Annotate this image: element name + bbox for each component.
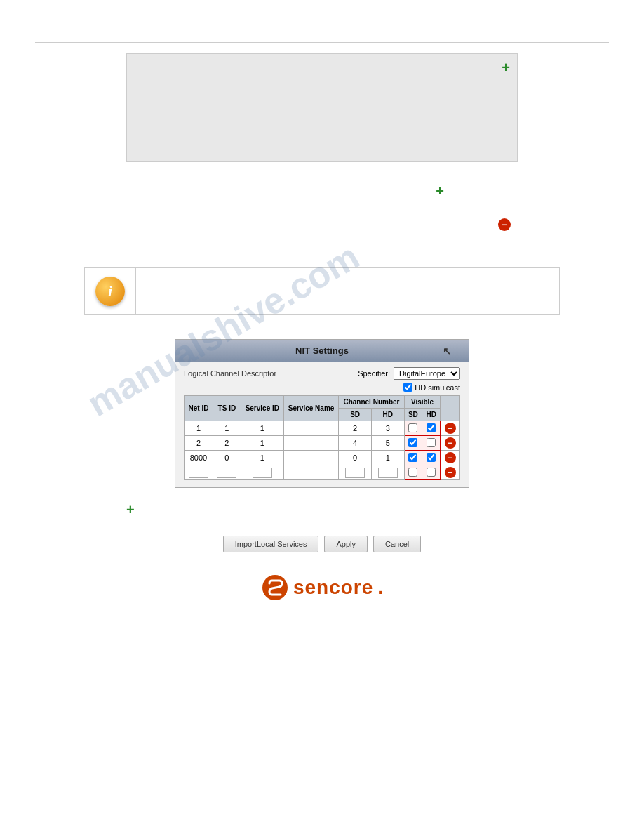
col-service-id: Service ID [241,396,283,421]
hd-simulcast-label[interactable]: HD simulcast [403,383,460,392]
cell-net-id: 8000 [185,451,213,465]
cursor-icon: ↖ [443,345,451,357]
cell-vis-hd-empty [422,465,441,480]
sencore-logo: sencore . [0,574,644,602]
cell-ch-hd-input [371,465,404,480]
cell-ch-sd-input [339,465,372,480]
cell-net-id: 1 [185,421,213,436]
bottom-add-icon[interactable]: + [126,502,135,518]
cell-ch-hd: 3 [371,421,404,436]
vis-sd-check-1[interactable] [408,438,417,447]
col-vis-hd: HD [422,409,441,421]
cell-ch-hd: 5 [371,436,404,451]
nit-title: NIT Settings [295,345,349,356]
top-divider [35,42,609,43]
col-service-name: Service Name [283,396,339,421]
table-row: 1 1 1 2 3 [185,421,460,436]
specifier-row: Specifier: DigitalEurope EACEM NORDIG [358,367,460,380]
cell-ts-id: 2 [213,436,241,451]
cell-net-id: 2 [185,436,213,451]
col-visible: Visible [404,396,441,409]
cell-ch-sd: 4 [339,436,372,451]
lcd-label: Logical Channel Descriptor [184,369,276,378]
nit-table: Net ID TS ID Service ID Service Name Cha… [184,395,460,480]
cell-vis-sd [404,421,422,436]
cell-service-id: 1 [241,421,283,436]
col-ch-sd: SD [339,409,372,421]
cell-ch-sd: 2 [339,421,372,436]
top-add-icon[interactable]: + [502,60,510,76]
vis-hd-check-1[interactable] [427,438,436,447]
cell-service-name [283,436,339,451]
remove-row-3[interactable]: − [445,467,456,478]
col-ch-hd: HD [371,409,404,421]
cell-service-name [283,451,339,465]
cell-remove: − [441,421,460,436]
cancel-button[interactable]: Cancel [373,536,421,552]
cell-remove: − [441,436,460,451]
second-remove-icon[interactable]: − [498,218,511,231]
cell-ts-id-input [213,465,241,480]
nit-settings-panel: NIT Settings ↖ Logical Channel Descripto… [175,339,469,488]
specifier-label: Specifier: [358,369,390,378]
cell-ts-id: 0 [213,451,241,465]
col-vis-sd: SD [404,409,422,421]
second-section: + − [126,183,518,260]
cell-vis-hd [422,421,441,436]
specifier-select[interactable]: DigitalEurope EACEM NORDIG [394,367,460,380]
col-channel-number: Channel Number [339,396,404,409]
top-gray-box: + [126,53,518,162]
cell-vis-sd [404,436,422,451]
cell-ch-sd: 0 [339,451,372,465]
sencore-dot: . [377,576,383,599]
nit-header: NIT Settings ↖ [175,340,469,362]
input-net-id[interactable] [189,468,208,478]
table-row: 2 2 1 4 5 [185,436,460,451]
apply-button[interactable]: Apply [324,536,368,552]
info-icon: i [95,277,125,306]
info-box: i [84,267,560,315]
sencore-brand-text: sencore [293,576,373,599]
remove-row-0[interactable]: − [445,423,456,434]
import-local-button[interactable]: ImportLocal Services [223,536,319,552]
action-buttons: ImportLocal Services Apply Cancel [35,536,609,552]
info-text [136,284,157,298]
cell-vis-sd [404,451,422,465]
cell-service-name-input [283,465,339,480]
cell-vis-sd-empty [404,465,422,480]
cell-ch-hd: 1 [371,451,404,465]
bottom-section: + [126,502,518,525]
col-net-id: Net ID [185,396,213,421]
input-ch-sd[interactable] [345,468,365,478]
input-service-id[interactable] [253,468,272,478]
table-row-empty: − [185,465,460,480]
sencore-s-icon [261,574,289,602]
vis-sd-check-0[interactable] [408,423,417,432]
col-ts-id: TS ID [213,396,241,421]
second-add-icon[interactable]: + [436,183,444,199]
info-icon-cell: i [85,268,136,314]
cell-remove: − [441,451,460,465]
remove-row-1[interactable]: − [445,437,456,449]
col-remove [441,396,460,421]
cell-service-id: 1 [241,451,283,465]
cell-net-id-input [185,465,213,480]
input-ts-id[interactable] [217,468,236,478]
vis-hd-check-3[interactable] [427,468,436,477]
table-row: 8000 0 1 0 1 [185,451,460,465]
input-ch-hd[interactable] [378,468,398,478]
cell-vis-hd [422,451,441,465]
vis-sd-check-3[interactable] [408,468,417,477]
remove-row-2[interactable]: − [445,452,456,463]
cell-remove-empty: − [441,465,460,480]
cell-service-id: 1 [241,436,283,451]
cell-service-name [283,421,339,436]
vis-hd-check-2[interactable] [427,453,436,462]
vis-hd-check-0[interactable] [427,423,436,432]
cell-service-id-input [241,465,283,480]
cell-ts-id: 1 [213,421,241,436]
hd-simulcast-checkbox[interactable] [403,383,412,392]
cell-vis-hd [422,436,441,451]
vis-sd-check-2[interactable] [408,453,417,462]
